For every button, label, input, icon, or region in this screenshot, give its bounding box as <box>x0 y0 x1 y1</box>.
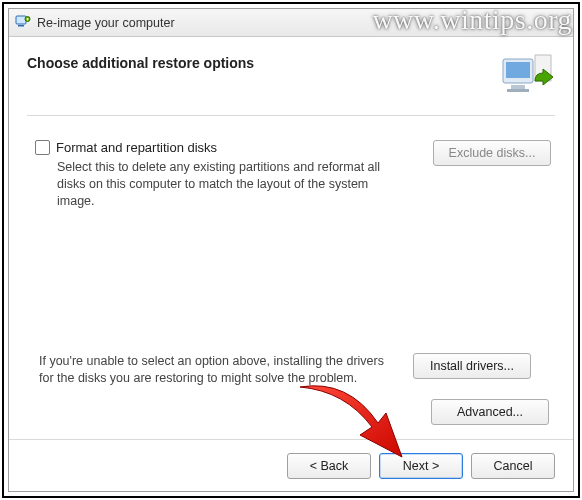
format-repartition-checkbox[interactable] <box>35 140 50 155</box>
svg-rect-6 <box>507 89 529 92</box>
cancel-button[interactable]: Cancel <box>471 453 555 479</box>
restore-hero-icon <box>501 51 555 99</box>
advanced-button[interactable]: Advanced... <box>431 399 549 425</box>
install-drivers-button[interactable]: Install drivers... <box>413 353 531 379</box>
wizard-footer: < Back Next > Cancel <box>9 439 573 491</box>
back-button[interactable]: < Back <box>287 453 371 479</box>
svg-rect-4 <box>506 62 530 78</box>
format-repartition-description: Select this to delete any existing parti… <box>57 159 397 210</box>
svg-rect-0 <box>16 16 26 24</box>
app-icon <box>15 13 31 32</box>
page-heading: Choose additional restore options <box>27 51 254 71</box>
reimage-wizard-window: Re-image your computer Choose additional… <box>8 8 574 492</box>
svg-rect-1 <box>18 25 24 27</box>
wizard-content: Choose additional restore options <box>9 37 573 439</box>
svg-rect-5 <box>511 85 525 89</box>
format-repartition-label: Format and repartition disks <box>56 140 217 155</box>
exclude-disks-button[interactable]: Exclude disks... <box>433 140 551 166</box>
window-title: Re-image your computer <box>37 16 175 30</box>
install-drivers-description: If you're unable to select an option abo… <box>39 353 399 387</box>
next-button[interactable]: Next > <box>379 453 463 479</box>
wizard-body: Format and repartition disks Select this… <box>27 116 555 439</box>
titlebar: Re-image your computer <box>9 9 573 37</box>
